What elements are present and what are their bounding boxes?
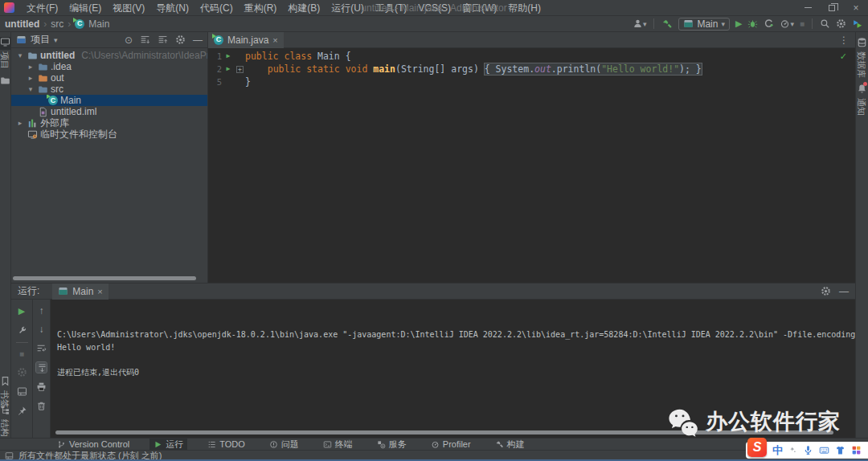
restore-button[interactable]: [820, 0, 844, 15]
toolbox-grid-icon[interactable]: [851, 445, 862, 455]
code-editor[interactable]: 1▶public class Main {2▶+ public static v…: [208, 48, 855, 88]
settings-button[interactable]: [836, 18, 846, 29]
run-button[interactable]: ▶: [735, 18, 742, 29]
coverage-button[interactable]: [764, 18, 774, 29]
debug-button[interactable]: [747, 18, 758, 29]
menu-item-1[interactable]: 编辑(E): [63, 0, 107, 16]
profile-button[interactable]: ▾: [633, 18, 647, 29]
chevron-right-icon[interactable]: ▸: [26, 74, 35, 82]
toolwindow-button-运行[interactable]: 运行: [149, 439, 187, 451]
breadcrumb-main[interactable]: Main: [88, 18, 109, 30]
tree-row-untitled[interactable]: ▾untitledC:\Users\Administrator\IdeaProj…: [11, 50, 207, 61]
toolwindow-button-version-control[interactable]: Version Control: [53, 439, 133, 451]
chevron-down-icon[interactable]: ▾: [26, 85, 35, 93]
chevron-down-icon[interactable]: ▾: [15, 51, 25, 59]
pin-tab-button[interactable]: [17, 406, 27, 416]
run-tab-main[interactable]: Main ×: [52, 284, 108, 300]
rerun-button[interactable]: ▶: [18, 306, 25, 316]
folded-region[interactable]: { System.out.println("Hello world!"); }: [485, 63, 702, 75]
collapse-all-button[interactable]: [158, 35, 168, 45]
build-button[interactable]: [661, 18, 673, 30]
breadcrumb-src[interactable]: src: [51, 18, 63, 30]
modify-run-config-button[interactable]: [17, 325, 27, 336]
tree-row-[interactable]: 临时文件和控制台: [11, 129, 207, 140]
run-line-icon[interactable]: ▶: [222, 50, 235, 63]
menu-item-4[interactable]: 代码(C): [194, 0, 239, 16]
project-horizontal-scrollbar[interactable]: [13, 276, 196, 280]
stripe-button-database[interactable]: [856, 37, 868, 50]
run-settings-dim-icon[interactable]: [17, 367, 27, 377]
code-line-1[interactable]: 1▶public class Main {: [208, 50, 855, 63]
editor-tab-mainjava[interactable]: C Main.java ×: [208, 32, 284, 48]
close-button[interactable]: ×: [844, 0, 868, 15]
hide-project-button[interactable]: —: [193, 35, 203, 46]
tree-row-idea[interactable]: ▸.idea: [11, 61, 207, 72]
tree-row-[interactable]: ▸外部库: [11, 117, 207, 129]
minimize-icon: [805, 7, 812, 8]
profiler-button[interactable]: ▾: [780, 18, 794, 29]
run-line-icon[interactable]: ▶: [222, 63, 235, 75]
keyboard-icon[interactable]: [819, 445, 829, 455]
next-occurrence-button[interactable]: ↓: [39, 324, 44, 334]
inspections-ok-icon[interactable]: ✓: [840, 51, 847, 62]
stripe-button-notifications[interactable]: [856, 84, 868, 96]
prev-occurrence-button[interactable]: ↑: [39, 306, 44, 316]
soft-wrap-button[interactable]: [36, 343, 47, 353]
scroll-to-end-button[interactable]: [36, 362, 47, 373]
code-line-2[interactable]: 2▶+ public static void main(String[] arg…: [208, 63, 855, 75]
navigation-toolbar: untitled›src›CMain ▾ Main ▾ ▶ ▾ ■: [0, 16, 868, 32]
plugin-colorful-icon[interactable]: [852, 18, 863, 30]
menu-item-3[interactable]: 导航(N): [150, 0, 194, 16]
toolwindow-button-服务[interactable]: 服务: [373, 439, 411, 451]
tree-row-src[interactable]: ▾src: [11, 84, 207, 95]
expand-all-button[interactable]: [140, 35, 150, 45]
menu-item-5[interactable]: 重构(R): [239, 0, 283, 16]
menu-item-0[interactable]: 文件(F): [21, 0, 63, 16]
main-toolbar-actions: ▾ Main ▾ ▶ ▾ ■: [633, 18, 863, 31]
code-line-5[interactable]: 5}: [208, 75, 855, 88]
stop-process-button[interactable]: ■: [19, 349, 24, 358]
restore-layout-button[interactable]: [17, 386, 27, 397]
stripe-button-project[interactable]: [0, 37, 10, 50]
menu-item-11[interactable]: 帮助(H): [502, 0, 547, 16]
sogou-logo-icon[interactable]: S: [747, 438, 767, 457]
toolwindow-button-profiler[interactable]: Profiler: [427, 439, 475, 451]
run-options-button[interactable]: [821, 286, 831, 296]
toolwindow-button-构建[interactable]: 构建: [491, 439, 529, 451]
toolwindow-button-问题[interactable]: 问题: [265, 439, 303, 451]
minimize-button[interactable]: [796, 0, 820, 15]
stripe-button-commit[interactable]: [0, 75, 10, 88]
run-config-selector[interactable]: Main ▾: [678, 18, 730, 31]
print-button[interactable]: [36, 381, 47, 392]
locate-file-button[interactable]: ⊙: [125, 35, 133, 46]
token: public static void: [268, 63, 374, 75]
clear-console-button[interactable]: [36, 401, 47, 411]
tree-row-untitlediml[interactable]: untitled.iml: [11, 106, 207, 117]
stripe-button-bookmarks[interactable]: [0, 376, 10, 389]
toolbar-divider: [653, 18, 654, 29]
toolbar-divider: [16, 342, 28, 343]
menu-item-2[interactable]: 视图(V): [107, 0, 150, 16]
search-everywhere-button[interactable]: [820, 18, 830, 29]
project-options-button[interactable]: [175, 35, 186, 45]
toolwindow-button-todo[interactable]: TODO: [203, 439, 249, 451]
tree-row-out[interactable]: ▸out: [11, 72, 207, 84]
tree-row-Main[interactable]: CMain: [11, 95, 207, 106]
toolwindow-button-终端[interactable]: 终端: [319, 439, 357, 451]
chevron-down-icon[interactable]: ▾: [54, 36, 58, 44]
menu-item-6[interactable]: 构建(B): [282, 0, 326, 16]
close-tab-icon[interactable]: ×: [272, 35, 277, 45]
breadcrumb-untitled[interactable]: untitled: [5, 18, 39, 30]
hide-run-panel-button[interactable]: —: [839, 286, 849, 297]
microphone-icon[interactable]: [803, 445, 813, 455]
fold-marker-icon[interactable]: +: [236, 66, 244, 73]
stop-button[interactable]: ■: [800, 19, 805, 28]
chevron-right-icon[interactable]: ▸: [15, 119, 25, 127]
stripe-button-structure[interactable]: [0, 405, 10, 418]
chevron-right-icon[interactable]: ▸: [26, 63, 35, 71]
close-tab-icon[interactable]: ×: [97, 287, 102, 296]
ime-mode-button[interactable]: 中: [772, 443, 783, 458]
ime-tools-icon[interactable]: [788, 446, 797, 455]
tab-options-icon[interactable]: ⋮: [839, 35, 849, 46]
skin-icon[interactable]: [835, 445, 845, 455]
